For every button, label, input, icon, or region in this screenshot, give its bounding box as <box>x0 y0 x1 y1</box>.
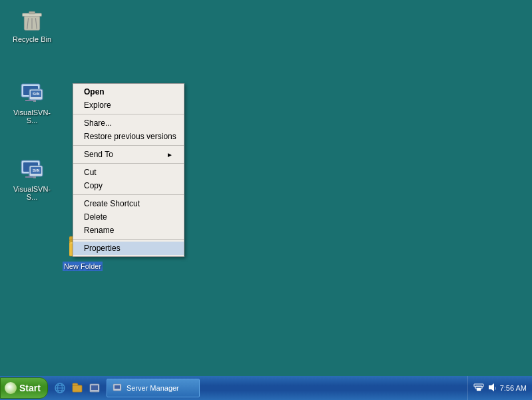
ctx-sep-2 <box>73 145 184 146</box>
ctx-cut[interactable]: Cut <box>73 166 184 179</box>
start-button[interactable]: Start <box>0 377 48 399</box>
visualsvn-icon-1[interactable]: SVN VisualSVN-S... <box>8 80 56 124</box>
svg-rect-35 <box>115 385 120 389</box>
visualsvn-icon-2[interactable]: SVN VisualSVN-S... <box>8 156 56 201</box>
server-manager-task[interactable]: Server Manager <box>107 379 200 397</box>
ctx-sep-3 <box>73 163 184 164</box>
svg-text:): ) <box>495 386 496 390</box>
svg-rect-32 <box>91 385 98 390</box>
svg-rect-20 <box>33 176 36 178</box>
system-clock[interactable]: 7:56 AM <box>500 384 527 392</box>
svg-rect-2 <box>29 11 35 14</box>
taskbar-quick-launch <box>48 380 107 396</box>
svg-marker-39 <box>489 383 494 391</box>
start-label: Start <box>19 383 41 393</box>
taskbar: Start <box>0 376 532 400</box>
svg-rect-12 <box>33 100 36 102</box>
ctx-rename[interactable]: Rename <box>73 224 184 237</box>
ctx-send-to[interactable]: Send To ► <box>73 148 184 161</box>
context-menu: Open Explore Share... Restore previous v… <box>73 83 184 257</box>
recycle-bin-image <box>19 7 45 33</box>
ctx-open[interactable]: Open <box>73 85 184 99</box>
svg-rect-30 <box>73 385 82 392</box>
svg-text:SVN: SVN <box>33 168 40 172</box>
recycle-bin-label: Recycle Bin <box>13 35 51 43</box>
ctx-sep-5 <box>73 239 184 240</box>
ctx-delete[interactable]: Delete <box>73 210 184 224</box>
svg-rect-33 <box>91 391 98 391</box>
visualsvn-label-1: VisualSVN-S... <box>9 108 55 124</box>
network-tray-icon[interactable] <box>473 382 484 395</box>
ctx-properties[interactable]: Properties <box>73 242 184 255</box>
server-manager-icon[interactable] <box>87 380 103 396</box>
volume-tray-icon[interactable]: ) <box>487 382 497 395</box>
ctx-sep-4 <box>73 194 184 195</box>
new-folder-label: New Folder <box>63 262 103 271</box>
ctx-send-to-arrow: ► <box>166 151 173 158</box>
svg-text:SVN: SVN <box>33 92 40 96</box>
server-manager-task-icon <box>113 383 123 393</box>
visualsvn-label-2: VisualSVN-S... <box>9 185 55 201</box>
ie-icon[interactable] <box>52 380 68 396</box>
ctx-sep-1 <box>73 114 184 114</box>
ctx-restore[interactable]: Restore previous versions <box>73 130 184 143</box>
ctx-copy[interactable]: Copy <box>73 179 184 192</box>
ctx-explore[interactable]: Explore <box>73 99 184 112</box>
server-manager-task-label: Server Manager <box>127 384 179 392</box>
recycle-bin-icon[interactable]: Recycle Bin <box>8 7 56 43</box>
visualsvn-image-1: SVN <box>19 80 45 106</box>
visualsvn-image-2: SVN <box>19 156 45 183</box>
ctx-create-shortcut[interactable]: Create Shortcut <box>73 197 184 210</box>
start-orb <box>5 382 17 394</box>
explorer-icon[interactable] <box>69 380 85 396</box>
system-tray: ) 7:56 AM <box>467 376 532 400</box>
ctx-share[interactable]: Share... <box>73 116 184 130</box>
